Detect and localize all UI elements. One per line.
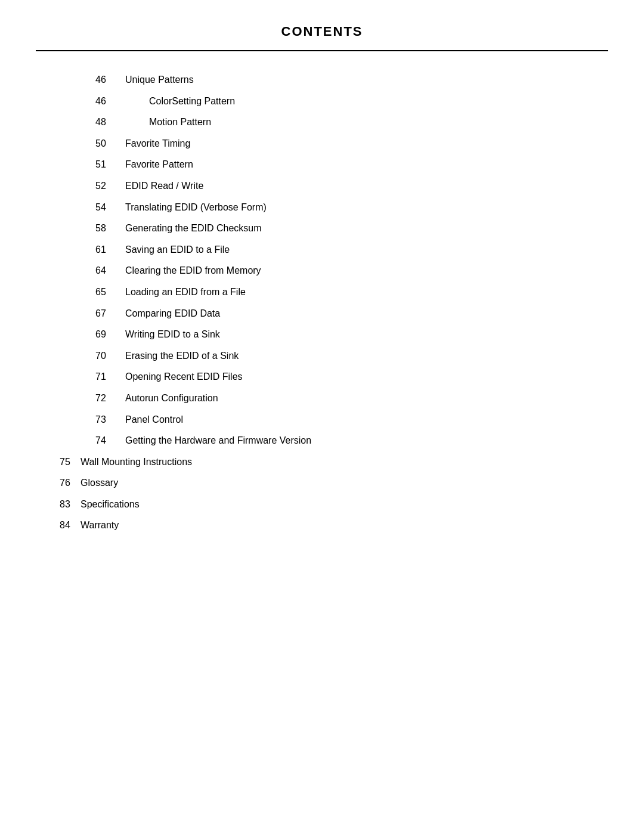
toc-page-number: 46 [95, 94, 125, 109]
table-of-contents: 46Unique Patterns46ColorSetting Pattern4… [95, 72, 608, 533]
list-item: 71Opening Recent EDID Files [95, 369, 608, 385]
title-divider [36, 50, 608, 51]
list-item: 83Specifications [60, 497, 608, 512]
toc-page-number: 61 [95, 242, 125, 258]
list-item: 54Translating EDID (Verbose Form) [95, 200, 608, 215]
list-item: 46ColorSetting Pattern [95, 94, 608, 109]
toc-entry-label: Erasing the EDID of a Sink [125, 348, 239, 364]
toc-entry-label: Warranty [80, 518, 119, 533]
list-item: 84Warranty [60, 518, 608, 533]
toc-page-number: 72 [95, 391, 125, 406]
list-item: 50Favorite Timing [95, 136, 608, 151]
toc-entry-label: Clearing the EDID from Memory [125, 263, 261, 278]
list-item: 48Motion Pattern [95, 114, 608, 130]
toc-page-number: 54 [95, 200, 125, 215]
toc-page-number: 46 [95, 72, 125, 88]
toc-page-number: 50 [95, 136, 125, 151]
toc-entry-label: EDID Read / Write [125, 178, 203, 194]
list-item: 72Autorun Configuration [95, 391, 608, 406]
list-item: 69Writing EDID to a Sink [95, 327, 608, 342]
list-item: 46Unique Patterns [95, 72, 608, 88]
toc-entry-label: Autorun Configuration [125, 391, 218, 406]
toc-entry-label: Specifications [80, 497, 140, 512]
list-item: 76Glossary [60, 475, 608, 491]
toc-page-number: 84 [60, 518, 80, 533]
list-item: 51Favorite Pattern [95, 157, 608, 172]
toc-page-number: 70 [95, 348, 125, 364]
toc-entry-label: Generating the EDID Checksum [125, 221, 262, 236]
toc-page-number: 76 [60, 475, 80, 491]
toc-page-number: 71 [95, 369, 125, 385]
toc-page-number: 67 [95, 306, 125, 321]
toc-page-number: 74 [95, 433, 125, 448]
list-item: 70Erasing the EDID of a Sink [95, 348, 608, 364]
toc-entry-label: Writing EDID to a Sink [125, 327, 220, 342]
list-item: 65Loading an EDID from a File [95, 284, 608, 300]
list-item: 75Wall Mounting Instructions [60, 454, 608, 470]
list-item: 67Comparing EDID Data [95, 306, 608, 321]
toc-page-number: 73 [95, 412, 125, 428]
toc-page-number: 69 [95, 327, 125, 342]
page-title: CONTENTS [36, 24, 608, 45]
toc-entry-label: Saving an EDID to a File [125, 242, 230, 258]
toc-entry-label: Opening Recent EDID Files [125, 369, 243, 385]
list-item: 64Clearing the EDID from Memory [95, 263, 608, 278]
toc-entry-label: Comparing EDID Data [125, 306, 220, 321]
toc-page-number: 65 [95, 284, 125, 300]
toc-entry-label: Panel Control [125, 412, 183, 428]
toc-page-number: 64 [95, 263, 125, 278]
toc-page-number: 52 [95, 178, 125, 194]
toc-entry-label: ColorSetting Pattern [125, 94, 235, 109]
toc-page-number: 58 [95, 221, 125, 236]
toc-page-number: 48 [95, 114, 125, 130]
list-item: 74Getting the Hardware and Firmware Vers… [95, 433, 608, 448]
toc-page-number: 51 [95, 157, 125, 172]
toc-entry-label: Motion Pattern [125, 114, 211, 130]
list-item: 52EDID Read / Write [95, 178, 608, 194]
toc-entry-label: Favorite Pattern [125, 157, 193, 172]
list-item: 58Generating the EDID Checksum [95, 221, 608, 236]
toc-entry-label: Wall Mounting Instructions [80, 454, 192, 470]
toc-entry-label: Getting the Hardware and Firmware Versio… [125, 433, 311, 448]
toc-page-number: 83 [60, 497, 80, 512]
list-item: 73Panel Control [95, 412, 608, 428]
list-item: 61Saving an EDID to a File [95, 242, 608, 258]
toc-entry-label: Loading an EDID from a File [125, 284, 246, 300]
toc-entry-label: Unique Patterns [125, 72, 194, 88]
toc-entry-label: Favorite Timing [125, 136, 190, 151]
toc-page-number: 75 [60, 454, 80, 470]
toc-entry-label: Translating EDID (Verbose Form) [125, 200, 267, 215]
toc-entry-label: Glossary [80, 475, 118, 491]
